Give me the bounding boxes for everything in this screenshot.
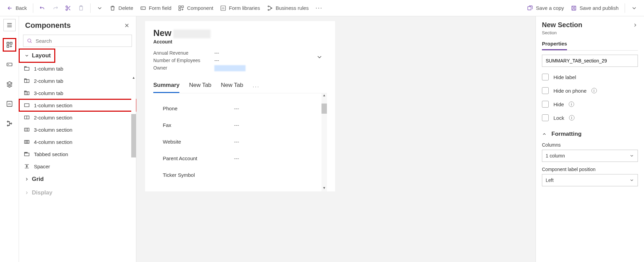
tab-new-1[interactable]: New Tab bbox=[189, 80, 211, 93]
item-1-column-tab[interactable]: 1-column tab bbox=[19, 62, 136, 75]
save-publish-icon bbox=[571, 5, 577, 11]
undo-button[interactable] bbox=[37, 3, 48, 13]
checkbox[interactable] bbox=[542, 87, 549, 94]
components-scrollbar[interactable]: ▲ bbox=[131, 75, 136, 167]
business-rules-button[interactable]: Business rules bbox=[264, 3, 312, 13]
svg-rect-37 bbox=[26, 152, 27, 153]
rail-js-button[interactable]: JS bbox=[3, 98, 16, 110]
component-label: Component bbox=[187, 5, 213, 11]
components-icon bbox=[6, 41, 13, 48]
item-label: 2-column section bbox=[34, 115, 72, 120]
save-copy-icon bbox=[527, 5, 533, 11]
rail-formfield-button[interactable] bbox=[3, 58, 16, 71]
toolbar-divider bbox=[33, 3, 33, 13]
form-body[interactable]: Phone--- Fax--- Website--- Parent Accoun… bbox=[153, 93, 327, 191]
rail-menu-button[interactable] bbox=[3, 19, 16, 31]
components-search[interactable] bbox=[23, 35, 132, 47]
tab2-icon bbox=[24, 78, 30, 84]
paste-button[interactable] bbox=[75, 3, 87, 13]
check-hide[interactable]: Hide i bbox=[542, 101, 638, 108]
svg-rect-5 bbox=[179, 6, 181, 7]
scrollbar-thumb[interactable] bbox=[131, 114, 136, 157]
cut-button[interactable] bbox=[62, 3, 74, 13]
redo-button[interactable] bbox=[50, 3, 61, 13]
form-field-button[interactable]: Form field bbox=[137, 3, 174, 13]
props-tab-row: Properties bbox=[542, 39, 638, 51]
component-icon bbox=[178, 5, 184, 11]
save-publish-dropdown[interactable] bbox=[628, 3, 640, 13]
rail-components-button[interactable] bbox=[3, 39, 16, 51]
form-scrollbar-thumb[interactable] bbox=[321, 104, 327, 114]
layout-category[interactable]: Layout bbox=[19, 49, 55, 62]
rail-layers-button[interactable] bbox=[3, 78, 16, 90]
chevron-down-icon[interactable] bbox=[316, 54, 323, 60]
employees-label: Number of Employees bbox=[153, 58, 208, 63]
close-icon[interactable] bbox=[124, 22, 130, 29]
sec4-icon bbox=[24, 139, 30, 145]
check-hide-label[interactable]: Hide label bbox=[542, 74, 638, 80]
field-website-value[interactable]: --- bbox=[234, 139, 239, 145]
field-phone-value[interactable]: --- bbox=[234, 106, 239, 111]
form-body-scrollbar[interactable]: ▲ ▼ bbox=[321, 93, 327, 191]
item-spacer[interactable]: Spacer bbox=[19, 160, 136, 172]
item-2-column-section[interactable]: 2-column section bbox=[19, 111, 136, 124]
save-publish-button[interactable]: Save and publish bbox=[568, 3, 621, 13]
search-input[interactable] bbox=[35, 38, 128, 44]
tabsec-icon bbox=[24, 151, 30, 157]
checkbox[interactable] bbox=[542, 74, 549, 80]
entity-label: Account bbox=[153, 39, 327, 44]
owner-label: Owner bbox=[153, 65, 208, 71]
left-rail: JS bbox=[0, 16, 19, 262]
grid-category[interactable]: Grid bbox=[19, 172, 136, 186]
sec2-icon bbox=[24, 114, 30, 120]
field-parent-account-value[interactable]: --- bbox=[234, 155, 239, 161]
display-category[interactable]: Display bbox=[19, 186, 136, 200]
item-4-column-section[interactable]: 4-column section bbox=[19, 136, 136, 148]
form-libraries-button[interactable]: JS Form libraries bbox=[217, 3, 263, 13]
field-parent-account-label: Parent Account bbox=[163, 155, 234, 161]
delete-label: Delete bbox=[118, 5, 133, 11]
checkbox[interactable] bbox=[542, 101, 549, 108]
paste-dropdown[interactable] bbox=[94, 3, 105, 13]
save-copy-button[interactable]: Save a copy bbox=[524, 3, 567, 13]
item-1-column-section[interactable]: 1-column section bbox=[19, 99, 136, 111]
back-button[interactable]: Back bbox=[4, 3, 30, 13]
search-icon bbox=[27, 38, 32, 43]
toolbar-more-button[interactable]: ··· bbox=[313, 2, 325, 14]
info-icon[interactable]: i bbox=[569, 115, 574, 120]
columns-dropdown[interactable]: 1 column bbox=[542, 150, 638, 162]
properties-tab[interactable]: Properties bbox=[542, 39, 567, 50]
check-hide-phone[interactable]: Hide on phone i bbox=[542, 87, 638, 94]
section-name-input[interactable] bbox=[542, 55, 638, 67]
formatting-header[interactable]: Formatting bbox=[542, 131, 638, 137]
tab-new-2[interactable]: New Tab bbox=[221, 80, 243, 93]
tab-summary[interactable]: Summary bbox=[153, 80, 179, 93]
info-icon[interactable]: i bbox=[591, 88, 597, 93]
svg-rect-15 bbox=[7, 42, 9, 44]
delete-button[interactable]: Delete bbox=[107, 3, 136, 13]
rail-tree-button[interactable] bbox=[3, 117, 16, 130]
props-subtitle: Section bbox=[542, 30, 638, 35]
info-icon[interactable]: i bbox=[569, 101, 574, 107]
component-button[interactable]: Component bbox=[175, 3, 216, 13]
form-card[interactable]: New Account Annual Revenue --- Number of… bbox=[145, 21, 335, 191]
svg-rect-28 bbox=[24, 79, 26, 79]
checkbox[interactable] bbox=[542, 114, 549, 121]
display-label: Display bbox=[32, 189, 52, 196]
item-3-column-section[interactable]: 3-column section bbox=[19, 124, 136, 136]
field-fax-value[interactable]: --- bbox=[234, 122, 239, 128]
clp-dropdown[interactable]: Left bbox=[542, 174, 638, 186]
item-3-column-tab[interactable]: 3-column tab bbox=[19, 87, 136, 99]
form-field-icon bbox=[6, 61, 13, 68]
tabs-more-button[interactable]: ··· bbox=[253, 84, 260, 89]
svg-rect-14 bbox=[572, 6, 576, 10]
chevron-right-icon[interactable] bbox=[632, 22, 638, 28]
item-tabbed-section[interactable]: Tabbed section bbox=[19, 148, 136, 160]
svg-point-1 bbox=[66, 9, 68, 11]
check-label: Hide on phone bbox=[553, 88, 587, 94]
chevron-right-icon bbox=[24, 177, 29, 182]
chevron-down-icon bbox=[629, 178, 634, 183]
svg-rect-29 bbox=[24, 92, 29, 95]
item-2-column-tab[interactable]: 2-column tab bbox=[19, 75, 136, 87]
check-lock[interactable]: Lock i bbox=[542, 114, 638, 121]
